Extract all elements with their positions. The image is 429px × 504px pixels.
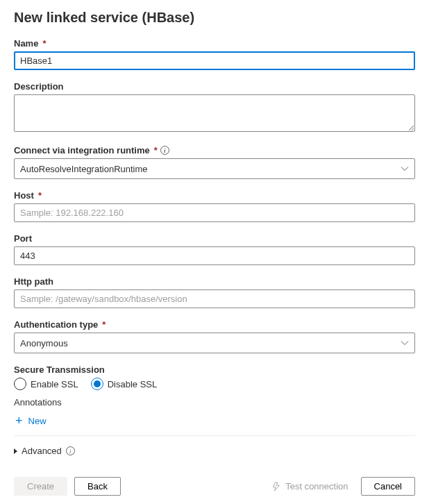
required-indicator: * bbox=[154, 145, 158, 156]
authtype-value: Anonymous bbox=[20, 338, 68, 348]
runtime-value: AutoResolveIntegrationRuntime bbox=[20, 164, 148, 174]
info-icon[interactable]: i bbox=[66, 446, 75, 455]
divider bbox=[14, 435, 415, 436]
advanced-toggle[interactable]: Advanced i bbox=[14, 443, 415, 459]
disable-ssl-label: Disable SSL bbox=[108, 379, 158, 389]
back-button[interactable]: Back bbox=[74, 477, 121, 496]
chevron-down-icon bbox=[401, 339, 409, 347]
info-icon[interactable]: i bbox=[160, 146, 169, 155]
name-input[interactable] bbox=[14, 51, 415, 70]
port-field: Port bbox=[14, 233, 415, 265]
httppath-input[interactable] bbox=[14, 289, 415, 308]
disable-ssl-radio[interactable]: Disable SSL bbox=[91, 378, 158, 390]
advanced-label: Advanced bbox=[22, 446, 62, 456]
enable-ssl-label: Enable SSL bbox=[31, 379, 78, 389]
runtime-field: Connect via integration runtime * i Auto… bbox=[14, 145, 415, 179]
cancel-button[interactable]: Cancel bbox=[361, 477, 415, 496]
chevron-down-icon bbox=[401, 165, 409, 173]
new-annotation-button[interactable]: + New bbox=[14, 412, 415, 434]
new-label: New bbox=[28, 416, 47, 426]
host-input[interactable] bbox=[14, 203, 415, 222]
host-label: Host bbox=[14, 190, 34, 201]
authtype-select[interactable]: Anonymous bbox=[14, 333, 415, 353]
caret-right-icon bbox=[14, 448, 17, 454]
required-indicator: * bbox=[38, 190, 42, 201]
description-textarea[interactable] bbox=[14, 94, 415, 132]
plus-icon: + bbox=[15, 414, 23, 427]
httppath-label: Http path bbox=[14, 276, 53, 287]
name-label: Name bbox=[14, 38, 38, 49]
description-field: Description bbox=[14, 81, 415, 134]
host-field: Host* bbox=[14, 190, 415, 222]
runtime-select[interactable]: AutoResolveIntegrationRuntime bbox=[14, 158, 415, 179]
httppath-field: Http path bbox=[14, 276, 415, 308]
enable-ssl-radio[interactable]: Enable SSL bbox=[14, 378, 78, 390]
authtype-field: Authentication type* Anonymous bbox=[14, 319, 415, 353]
port-input[interactable] bbox=[14, 246, 415, 265]
annotations-label: Annotations bbox=[14, 397, 415, 408]
description-label: Description bbox=[14, 81, 64, 92]
footer: Create Back Test connection Cancel bbox=[0, 471, 429, 504]
panel-title: New linked service (HBase) bbox=[14, 10, 415, 26]
connection-icon bbox=[271, 482, 281, 492]
test-connection-button: Test connection bbox=[271, 481, 348, 492]
secure-transmission-label: Secure Transmission bbox=[14, 364, 105, 375]
port-label: Port bbox=[14, 233, 32, 244]
name-field: Name* bbox=[14, 38, 415, 70]
required-indicator: * bbox=[102, 319, 106, 330]
radio-unchecked-icon bbox=[14, 378, 26, 390]
radio-checked-icon bbox=[91, 378, 103, 390]
secure-transmission-field: Secure Transmission Enable SSL Disable S… bbox=[14, 364, 415, 390]
required-indicator: * bbox=[42, 38, 46, 49]
test-connection-label: Test connection bbox=[285, 481, 348, 492]
runtime-label: Connect via integration runtime bbox=[14, 145, 150, 156]
create-button[interactable]: Create bbox=[14, 477, 67, 496]
authtype-label: Authentication type bbox=[14, 319, 98, 330]
